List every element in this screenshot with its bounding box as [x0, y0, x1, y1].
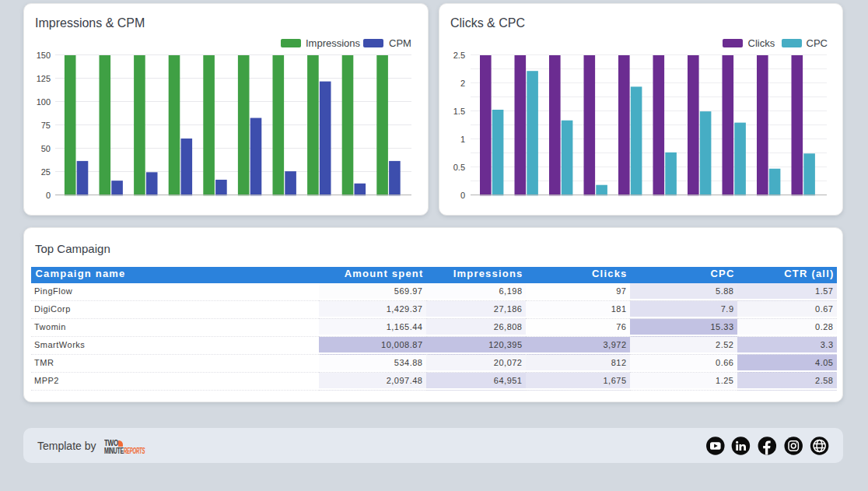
svg-text:0: 0	[46, 191, 51, 200]
svg-text:1: 1	[460, 135, 465, 144]
svg-text:2.5: 2.5	[453, 51, 465, 60]
svg-text:0.5: 0.5	[453, 163, 465, 172]
svg-text:CPC: CPC	[807, 37, 828, 49]
svg-text:75: 75	[41, 121, 51, 130]
svg-text:150: 150	[37, 51, 51, 60]
svg-text:CPM: CPM	[389, 37, 411, 49]
svg-text:125: 125	[37, 74, 51, 83]
svg-text:0: 0	[460, 191, 465, 200]
svg-text:Impressions: Impressions	[306, 37, 361, 49]
svg-text:2: 2	[460, 79, 465, 88]
svg-text:100: 100	[37, 97, 51, 107]
svg-text:Clicks: Clicks	[748, 37, 775, 49]
svg-text:1.5: 1.5	[453, 107, 465, 116]
svg-text:50: 50	[41, 144, 51, 153]
svg-text:25: 25	[41, 167, 51, 177]
